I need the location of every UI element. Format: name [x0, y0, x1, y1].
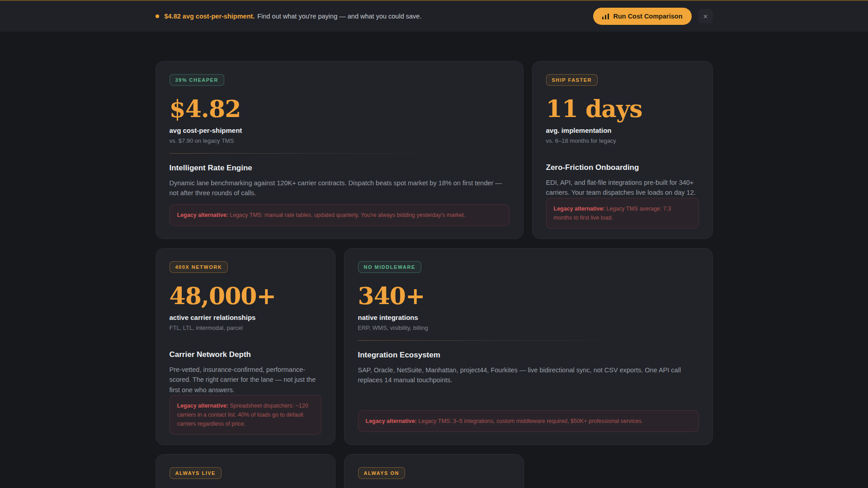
stat-label: active carrier relationships — [170, 314, 321, 321]
banner-message: Find out what you're paying — and what y… — [257, 13, 421, 20]
legacy-alternative-note: Legacy alternative: Spreadsheet dispatch… — [170, 395, 321, 435]
badge-no-middleware: NO MIDDLEWARE — [358, 261, 421, 273]
legacy-label: Legacy alternative: — [554, 206, 605, 212]
card-description: EDI, API, and flat-file integrations pre… — [546, 178, 699, 198]
badge-always-live: ALWAYS LIVE — [170, 467, 222, 479]
stat-comparison: ERP, WMS, visibility, billing — [358, 324, 699, 331]
card-onboarding: SHIP FASTER 11 days avg. implementation … — [532, 61, 713, 239]
legacy-alternative-note: Legacy alternative: Legacy TMS average: … — [546, 198, 699, 229]
card-always-live: ALWAYS LIVE — [156, 454, 335, 488]
divider — [358, 340, 699, 341]
card-description: Pre-vetted, insurance-confirmed, perform… — [170, 365, 321, 395]
card-carrier-network: 400X NETWORK 48,000+ active carrier rela… — [156, 248, 335, 445]
cards-row-3: ALWAYS LIVE ALWAYS ON — [156, 454, 713, 488]
stat-value: $4.82 — [170, 97, 509, 122]
promo-banner: $4.82 avg cost-per-shipment. Find out wh… — [0, 0, 868, 32]
card-description: Dynamic lane benchmarking against 120K+ … — [170, 178, 509, 198]
stat-label: avg cost-per-shipment — [170, 127, 509, 134]
legacy-label: Legacy alternative: — [177, 212, 228, 218]
badge-ship-faster: SHIP FASTER — [546, 74, 598, 86]
badge-400x-network: 400X NETWORK — [170, 261, 228, 273]
legacy-label: Legacy alternative: — [366, 418, 417, 424]
card-title: Integration Ecosystem — [358, 351, 699, 360]
card-integrations: NO MIDDLEWARE 340+ native integrations E… — [344, 248, 713, 445]
cards-row-2: 400X NETWORK 48,000+ active carrier rela… — [156, 248, 713, 445]
stat-comparison: vs. $7.90 on legacy TMS — [170, 137, 509, 144]
stat-value: 48,000+ — [170, 284, 321, 309]
stat-comparison: vs. 6–18 months for legacy — [546, 137, 699, 144]
stat-label: avg. implementation — [546, 127, 699, 134]
stat-value: 340+ — [358, 284, 699, 309]
stat-comparison: FTL, LTL, intermodal, parcel — [170, 324, 321, 331]
legacy-text: Legacy TMS: 3–5 integrations, custom mid… — [418, 418, 643, 424]
card-title: Intelligent Rate Engine — [170, 164, 509, 173]
legacy-text: Legacy TMS: manual rate tables, updated … — [230, 212, 465, 218]
stat-value: 11 days — [546, 97, 699, 122]
badge-always-on: ALWAYS ON — [358, 467, 406, 479]
close-icon: × — [703, 13, 708, 20]
legacy-label: Legacy alternative: — [177, 403, 228, 409]
cards-row-1: 39% CHEAPER $4.82 avg cost-per-shipment … — [156, 61, 713, 239]
card-description: SAP, Oracle, NetSuite, Manhattan, projec… — [358, 365, 699, 385]
card-title: Carrier Network Depth — [170, 350, 321, 359]
card-always-on: ALWAYS ON — [344, 454, 524, 488]
close-banner-button[interactable]: × — [698, 9, 713, 23]
banner-highlight-text: $4.82 avg cost-per-shipment. — [165, 13, 255, 20]
card-rate-engine: 39% CHEAPER $4.82 avg cost-per-shipment … — [156, 61, 524, 239]
legacy-alternative-note: Legacy alternative: Legacy TMS: manual r… — [170, 204, 509, 226]
divider — [170, 153, 509, 154]
run-cost-comparison-button[interactable]: Run Cost Comparison — [593, 8, 691, 25]
run-cost-comparison-label: Run Cost Comparison — [613, 13, 682, 20]
bullet-dot-icon — [156, 14, 159, 18]
promo-banner-content: $4.82 avg cost-per-shipment. Find out wh… — [156, 1, 713, 32]
stat-label: native integrations — [358, 314, 699, 321]
stats-section: 39% CHEAPER $4.82 avg cost-per-shipment … — [156, 61, 713, 488]
card-title: Zero-Friction Onboarding — [546, 163, 699, 172]
legacy-alternative-note: Legacy alternative: Legacy TMS: 3–5 inte… — [358, 410, 699, 432]
bar-chart-icon — [602, 14, 609, 19]
badge-39-cheaper: 39% CHEAPER — [170, 74, 224, 86]
